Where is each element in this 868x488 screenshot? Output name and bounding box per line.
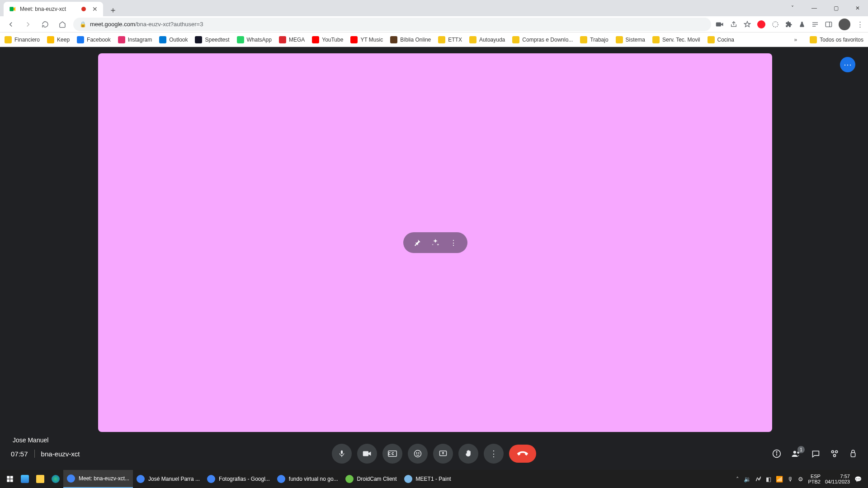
window-close-button[interactable]: ✕ xyxy=(847,1,868,15)
search-button[interactable] xyxy=(17,470,33,488)
svg-point-19 xyxy=(793,451,796,454)
camera-button[interactable] xyxy=(357,444,377,464)
svg-rect-8 xyxy=(341,450,343,454)
tray-volume-icon[interactable]: 🔉 xyxy=(744,476,751,483)
taskbar-app[interactable]: José Manuel Parra ... xyxy=(133,470,203,488)
taskbar-app[interactable]: fundo virtual no go... xyxy=(274,470,342,488)
back-button[interactable] xyxy=(5,18,17,31)
start-button[interactable] xyxy=(3,470,17,488)
tray-notifications-icon[interactable]: 💬 xyxy=(854,476,862,483)
svg-rect-27 xyxy=(7,479,9,482)
tray-clock[interactable]: 7:57 04/11/2023 xyxy=(825,474,850,484)
tile-more-button[interactable]: ⋮ xyxy=(447,236,460,249)
bookmark-favicon-icon xyxy=(512,36,519,43)
raise-hand-button[interactable] xyxy=(458,444,478,464)
tray-language[interactable]: ESP PTB2 xyxy=(808,474,821,484)
svg-point-14 xyxy=(419,453,420,454)
address-bar[interactable]: 🔒 meet.google.com/bna-euzv-xct?authuser=… xyxy=(73,18,711,31)
bookmark-item[interactable]: YT Music xyxy=(350,36,383,43)
effects-sparkle-button[interactable] xyxy=(429,236,442,249)
more-options-button[interactable]: ⋮ xyxy=(484,444,504,464)
bookmark-item[interactable]: Keep xyxy=(47,36,70,43)
bookmarks-overflow-button[interactable]: » xyxy=(792,37,800,43)
browser-tab[interactable]: Meet: bna-euzv-xct ✕ xyxy=(4,2,103,16)
bookmark-item[interactable]: Compras e Downlo... xyxy=(512,36,573,43)
share-icon[interactable] xyxy=(730,21,737,28)
taskbar-app[interactable]: Fotografias - Googl... xyxy=(203,470,274,488)
reading-list-icon[interactable] xyxy=(811,21,819,28)
bookmark-favicon-icon xyxy=(5,36,12,43)
window-maximize-button[interactable]: ▢ xyxy=(826,1,846,15)
bookmark-item[interactable]: Cocina xyxy=(708,36,734,43)
bookmark-item[interactable]: Bíblia Online xyxy=(390,36,431,43)
bookmark-item[interactable]: WhatsApp xyxy=(237,36,272,43)
host-controls-button[interactable] xyxy=(849,449,857,458)
bookmark-favicon-icon xyxy=(279,36,286,43)
extension-icon[interactable] xyxy=(772,21,779,28)
edge-button[interactable] xyxy=(48,470,63,488)
bookmark-item[interactable]: Outlook xyxy=(159,36,188,43)
camera-indicator-icon[interactable] xyxy=(716,21,724,28)
svg-rect-24 xyxy=(851,453,855,457)
tab-close-button[interactable]: ✕ xyxy=(92,5,98,13)
labs-flask-icon[interactable] xyxy=(799,21,805,28)
bookmark-item[interactable]: MEGA xyxy=(279,36,305,43)
tray-app-icon[interactable]: ⚙ xyxy=(798,476,803,483)
bookmark-item[interactable]: ETTX xyxy=(438,36,462,43)
bookmark-item[interactable]: Autoayuda xyxy=(469,36,505,43)
meeting-details-button[interactable] xyxy=(772,449,781,458)
stage-more-button[interactable]: ⋯ xyxy=(840,57,855,72)
tray-mic-icon[interactable]: 🎙 xyxy=(788,476,793,483)
svg-rect-1 xyxy=(716,22,721,26)
tray-bluetooth-icon[interactable]: ◧ xyxy=(766,476,771,483)
system-tray: ˄ 🔉 🗲 ◧ 📶 🎙 ⚙ ESP PTB2 7:57 04/11/2023 💬 xyxy=(736,474,865,484)
bookmark-item[interactable]: Trabajo xyxy=(580,36,608,43)
app-icon xyxy=(137,475,145,483)
forward-button[interactable] xyxy=(22,18,34,31)
chrome-menu-button[interactable]: ⋮ xyxy=(857,20,863,28)
all-bookmarks-button[interactable]: Todos os favoritos xyxy=(810,36,863,43)
meet-stage: ⋯ ⋮ Jose Manuel 07:57 bna-euzv-xct ⋮ xyxy=(0,47,868,470)
window-chevron-icon[interactable]: ˅ xyxy=(782,1,803,15)
pin-button[interactable] xyxy=(410,236,424,249)
leave-call-button[interactable] xyxy=(509,445,536,463)
tray-battery-icon[interactable]: 🗲 xyxy=(755,476,761,483)
tray-network-icon[interactable]: 📶 xyxy=(776,476,783,483)
bookmark-favicon-icon xyxy=(237,36,244,43)
reload-button[interactable] xyxy=(39,18,52,31)
extension-opera-icon[interactable] xyxy=(757,20,765,28)
taskbar-app[interactable]: DroidCam Client xyxy=(342,470,401,488)
window-controls: ˅ — ▢ ✕ xyxy=(782,0,868,16)
bookmark-item[interactable]: Financiero xyxy=(5,36,40,43)
self-video-tile[interactable]: ⋮ xyxy=(98,53,772,432)
new-tab-button[interactable]: ＋ xyxy=(107,4,119,16)
svg-point-2 xyxy=(773,22,778,27)
app-icon xyxy=(404,475,412,483)
present-screen-button[interactable] xyxy=(433,444,453,464)
taskbar-app[interactable]: Meet: bna-euzv-xct... xyxy=(63,470,133,488)
bookmark-star-button[interactable] xyxy=(744,21,751,28)
explorer-button[interactable] xyxy=(33,470,48,488)
extensions-puzzle-icon[interactable] xyxy=(785,21,793,28)
microphone-button[interactable] xyxy=(332,444,352,464)
activities-button[interactable] xyxy=(830,449,839,458)
bookmark-item[interactable]: Facebook xyxy=(77,36,111,43)
captions-button[interactable] xyxy=(382,444,402,464)
bookmark-item[interactable]: Sistema xyxy=(616,36,645,43)
tray-chevron-icon[interactable]: ˄ xyxy=(736,476,739,483)
bookmark-favicon-icon xyxy=(469,36,476,43)
taskbar-app[interactable]: MEET1 - Paint xyxy=(401,470,455,488)
chat-button[interactable] xyxy=(811,450,820,458)
bookmark-favicon-icon xyxy=(77,36,84,43)
bookmark-item[interactable]: Serv. Tec. Movil xyxy=(652,36,700,43)
bookmark-item[interactable]: Speedtest xyxy=(195,36,229,43)
home-button[interactable] xyxy=(56,18,69,31)
bookmark-item[interactable]: YouTube xyxy=(312,36,343,43)
side-panel-icon[interactable] xyxy=(825,21,832,28)
profile-avatar[interactable] xyxy=(839,19,850,30)
participants-button[interactable]: 1 xyxy=(791,450,801,458)
bookmark-item[interactable]: Instagram xyxy=(118,36,152,43)
app-icon xyxy=(345,475,354,483)
window-minimize-button[interactable]: — xyxy=(804,1,825,15)
reactions-button[interactable] xyxy=(408,444,428,464)
